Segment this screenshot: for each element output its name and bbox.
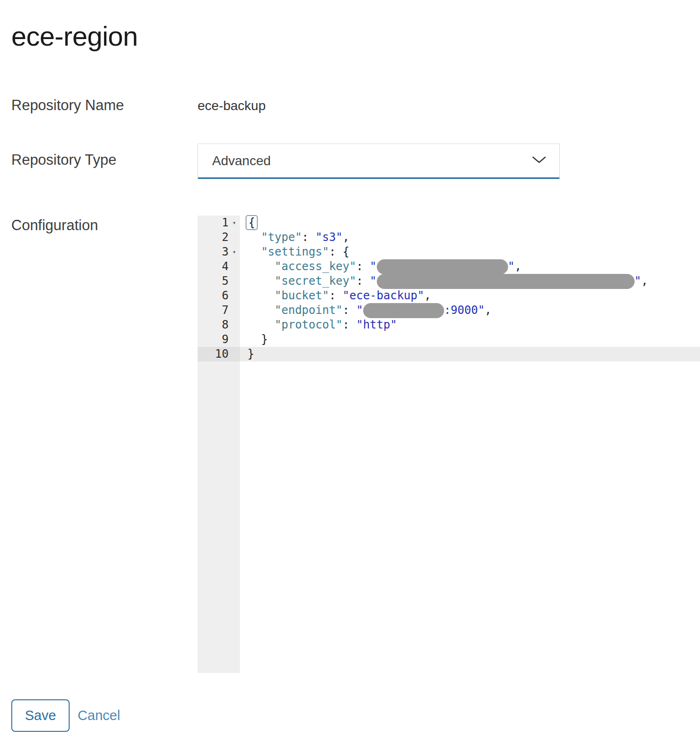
editor-line[interactable]: 4 "access_key": "",: [198, 259, 700, 274]
line-number-text: 3: [222, 245, 229, 259]
fold-toggle-icon[interactable]: ▾: [229, 216, 240, 230]
editor-gutter-fill: [198, 361, 240, 673]
fold-toggle-icon[interactable]: ▾: [229, 245, 240, 259]
editor-line-number: 10: [198, 347, 240, 361]
code-token-string: "http": [356, 318, 397, 331]
editor-line[interactable]: 1▾{: [198, 216, 700, 230]
code-token-plain: [247, 231, 261, 244]
editor-code-fill[interactable]: [240, 361, 700, 673]
editor-line[interactable]: 5 "secret_key": "",: [198, 274, 700, 288]
config-editor[interactable]: 1▾{2 "type": "s3",3▾ "settings": {4 "acc…: [198, 216, 700, 673]
code-token-key: "protocol": [275, 318, 343, 331]
cancel-link[interactable]: Cancel: [78, 708, 120, 723]
editor-line[interactable]: 6 "bucket": "ece-backup",: [198, 288, 700, 303]
code-token-plain: :: [356, 260, 370, 273]
code-token-plain: ,: [641, 274, 648, 288]
editor-code-line[interactable]: "protocol": "http": [240, 318, 700, 332]
editor-line-number: 9: [198, 332, 240, 347]
repository-type-select[interactable]: Advanced: [198, 144, 560, 179]
code-token-plain: ,: [342, 231, 349, 244]
line-number-text: 1: [222, 216, 229, 230]
page-title: ece-region: [11, 21, 700, 52]
editor-empty-area[interactable]: [198, 361, 700, 673]
code-token-string: ": [635, 274, 641, 288]
code-token-key: "endpoint": [275, 304, 343, 317]
editor-line[interactable]: 8 "protocol": "http": [198, 318, 700, 332]
line-number-text: 4: [222, 259, 229, 274]
editor-line[interactable]: 9 }: [198, 332, 700, 347]
editor-line-number: 1▾: [198, 216, 240, 230]
repository-name-row: Repository Name ece-backup: [11, 96, 700, 115]
code-token-key: "access_key": [275, 260, 356, 273]
editor-code-line[interactable]: }: [240, 332, 700, 347]
editor-code-line[interactable]: "type": "s3",: [240, 230, 700, 245]
repository-type-label: Repository Type: [11, 144, 198, 169]
editor-line-number: 6: [198, 288, 240, 303]
chevron-down-icon: [532, 156, 546, 166]
code-token-plain: [247, 289, 275, 302]
code-token-plain: {: [246, 215, 258, 230]
line-number-text: 6: [222, 288, 229, 303]
redacted-value: [377, 274, 635, 289]
editor-code-line[interactable]: "secret_key": "",: [240, 274, 700, 288]
repository-type-selected-value: Advanced: [212, 153, 271, 168]
line-number-text: 10: [215, 347, 229, 361]
code-token-plain: :: [302, 231, 316, 244]
code-token-plain: ,: [515, 260, 521, 273]
code-token-plain: ,: [485, 304, 491, 317]
code-token-plain: :: [329, 289, 342, 302]
editor-line-number: 8: [198, 318, 240, 332]
line-number-text: 7: [222, 303, 229, 318]
editor-line[interactable]: 7 "endpoint": ":9000",: [198, 303, 700, 318]
repository-type-row: Repository Type Advanced: [11, 144, 700, 179]
code-token-string: "ece-backup": [342, 289, 424, 302]
editor-line-number: 3▾: [198, 245, 240, 259]
code-token-plain: ,: [424, 289, 431, 302]
code-token-plain: [247, 260, 275, 273]
line-number-text: 9: [222, 332, 229, 347]
code-token-plain: }: [247, 347, 254, 360]
editor-line-number: 2: [198, 230, 240, 245]
redacted-value: [377, 259, 508, 274]
editor-line-number: 7: [198, 303, 240, 318]
form-actions: Save Cancel: [11, 699, 700, 732]
code-token-string: ": [508, 260, 515, 273]
code-token-plain: : {: [329, 245, 349, 258]
code-token-string: ": [370, 260, 376, 273]
code-token-string: "s3": [316, 231, 343, 244]
repository-name-label: Repository Name: [11, 96, 198, 115]
editor-line[interactable]: 2 "type": "s3",: [198, 230, 700, 245]
code-token-key: "bucket": [275, 289, 329, 302]
configuration-row: Configuration 1▾{2 "type": "s3",3▾ "sett…: [11, 216, 700, 673]
code-token-plain: :: [356, 274, 370, 288]
line-number-text: 2: [222, 230, 229, 245]
code-token-plain: [247, 318, 275, 331]
editor-code-line[interactable]: "settings": {: [240, 245, 700, 259]
code-token-key: "secret_key": [275, 274, 356, 288]
line-number-text: 8: [222, 318, 229, 332]
repository-settings-page: ece-region Repository Name ece-backup Re…: [0, 21, 700, 732]
code-token-key: "settings": [261, 245, 329, 258]
code-token-plain: [247, 245, 261, 258]
redacted-value: [363, 303, 444, 318]
editor-code-line[interactable]: "access_key": "",: [240, 259, 700, 274]
editor-code-line[interactable]: {: [240, 216, 700, 230]
code-token-plain: }: [247, 333, 268, 346]
code-token-string: ": [356, 304, 363, 317]
code-token-key: "type": [261, 231, 302, 244]
code-token-plain: :: [342, 304, 356, 317]
editor-line-number: 5: [198, 274, 240, 288]
editor-line[interactable]: 3▾ "settings": {: [198, 245, 700, 259]
editor-code-line[interactable]: }: [240, 347, 700, 361]
code-token-plain: [247, 304, 275, 317]
code-token-string: ": [370, 274, 376, 288]
repository-name-value: ece-backup: [198, 96, 266, 113]
editor-code-line[interactable]: "bucket": "ece-backup",: [240, 288, 700, 303]
editor-code-line[interactable]: "endpoint": ":9000",: [240, 303, 700, 318]
code-token-plain: [247, 274, 275, 288]
editor-line[interactable]: 10}: [198, 347, 700, 361]
editor-line-number: 4: [198, 259, 240, 274]
line-number-text: 5: [222, 274, 229, 288]
code-token-string: :9000": [444, 304, 485, 317]
save-button[interactable]: Save: [11, 699, 70, 732]
